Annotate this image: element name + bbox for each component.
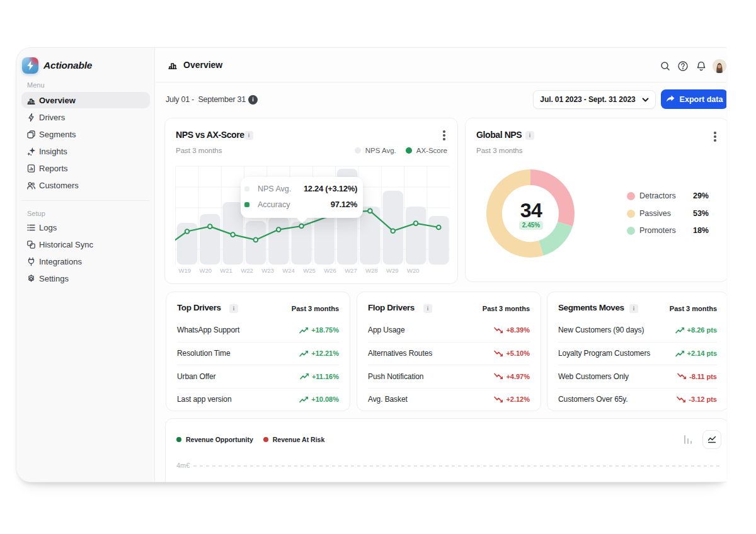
svg-text:W28: W28 <box>365 267 378 274</box>
svg-text:W24: W24 <box>282 267 295 274</box>
svg-text:W22: W22 <box>241 267 253 274</box>
svg-text:W26: W26 <box>324 267 336 274</box>
svg-text:W27: W27 <box>345 267 357 274</box>
svg-text:W20: W20 <box>199 267 212 274</box>
svg-text:W20: W20 <box>407 267 420 274</box>
svg-text:W23: W23 <box>261 267 274 274</box>
svg-text:W19: W19 <box>178 267 191 274</box>
svg-text:W25: W25 <box>303 267 316 274</box>
svg-text:W21: W21 <box>220 267 232 274</box>
svg-text:W29: W29 <box>386 267 399 274</box>
